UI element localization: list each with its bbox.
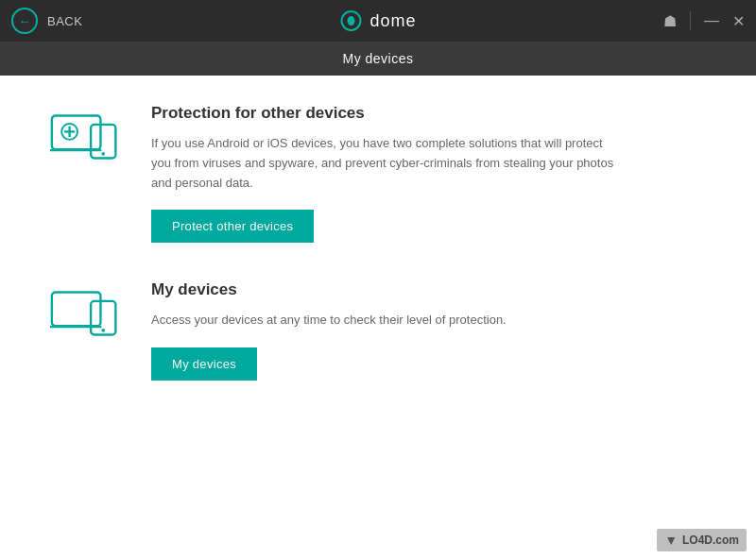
watermark: ▼ LO4D.com [657, 529, 747, 551]
protection-icon [47, 104, 123, 170]
close-button[interactable]: ✕ [732, 12, 745, 30]
my-devices-body: My devices Access your devices at any ti… [151, 280, 709, 381]
page-header: My devices [0, 42, 756, 76]
my-devices-desc: Access your devices at any time to check… [151, 311, 624, 330]
add-device-icon [50, 107, 121, 168]
svg-rect-1 [51, 115, 100, 149]
minimize-button[interactable]: — [704, 12, 719, 29]
title-bar-center: dome [339, 9, 416, 32]
my-devices-icon [47, 280, 123, 347]
back-label: BACK [47, 14, 82, 28]
logo-icon [339, 9, 362, 32]
protection-title: Protection for other devices [151, 104, 709, 123]
protect-devices-button[interactable]: Protect other devices [151, 210, 314, 243]
my-devices-title: My devices [151, 280, 709, 299]
divider [690, 11, 691, 30]
protection-body: Protection for other devices If you use … [151, 104, 709, 243]
svg-rect-8 [51, 292, 100, 326]
my-devices-button[interactable]: My devices [151, 347, 257, 381]
devices-icon [50, 283, 121, 345]
svg-point-11 [101, 329, 105, 332]
back-button[interactable]: ← [11, 8, 38, 34]
page-title: My devices [342, 51, 413, 66]
logo-text: dome [369, 11, 416, 31]
title-bar-left: ← BACK [11, 8, 82, 34]
main-content: Protection for other devices If you use … [0, 76, 756, 559]
watermark-text: LO4D.com [682, 534, 739, 547]
protection-desc: If you use Android or iOS devices, you h… [151, 134, 624, 193]
title-bar: ← BACK dome ☗ — ✕ [0, 0, 756, 42]
title-bar-right: ☗ — ✕ [663, 11, 745, 30]
user-icon[interactable]: ☗ [663, 12, 677, 30]
svg-point-7 [101, 151, 105, 155]
protection-section: Protection for other devices If you use … [47, 104, 709, 243]
watermark-icon: ▼ [664, 533, 678, 548]
my-devices-section: My devices Access your devices at any ti… [47, 280, 709, 381]
